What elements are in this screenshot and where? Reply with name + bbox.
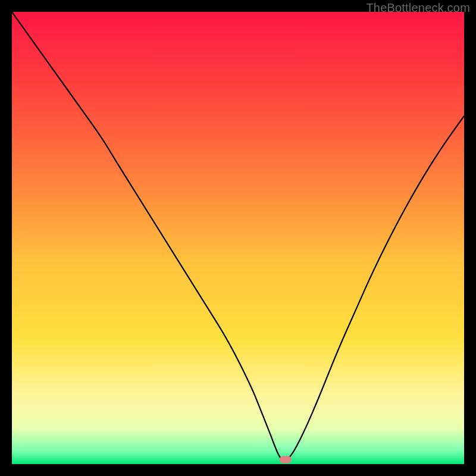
chart-area (12, 12, 464, 464)
gradient-background (12, 12, 464, 464)
optimum-marker (280, 456, 292, 463)
chart-svg (12, 12, 464, 464)
watermark-text: TheBottleneck.com (366, 1, 470, 15)
